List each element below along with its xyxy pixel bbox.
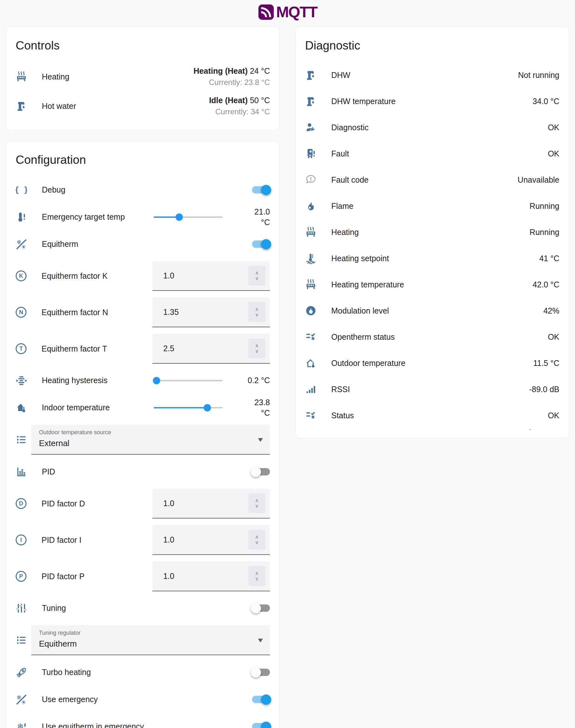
control-row-heating[interactable]: Heating Heating (Heat) 24 °C Currently: … — [15, 62, 270, 91]
config-row-pid-factor-p: P PID factor P ∧∨ — [15, 558, 270, 594]
config-row-equitherm-factor-n: N Equitherm factor N ∧∨ — [15, 294, 270, 330]
sun-snowflake-icon — [15, 239, 27, 250]
config-row-heating-hysteresis: Heating hysteresis 0.2 °C — [15, 367, 270, 394]
fire-circle-icon — [305, 305, 316, 317]
diag-row-rssi: RSSI -89.0 dB — [305, 376, 560, 402]
number-input[interactable] — [153, 307, 248, 317]
number-input[interactable] — [153, 344, 248, 353]
stepper-down-icon[interactable]: ∨ — [255, 277, 259, 280]
slider-value: 0.2 °C — [230, 375, 270, 386]
heating-hysteresis-slider[interactable] — [154, 380, 223, 381]
select-value: Equitherm — [39, 639, 262, 649]
stepper-down-icon[interactable]: ∨ — [255, 541, 259, 544]
number-input[interactable] — [153, 271, 248, 280]
turbo-heating-toggle[interactable] — [252, 668, 270, 676]
letter-d-icon: D — [15, 498, 27, 509]
row-label: Heating temperature — [331, 280, 533, 289]
toggle-thumb[interactable] — [251, 603, 261, 613]
emergency-target-temp-slider[interactable] — [154, 217, 223, 218]
code-braces-icon — [15, 184, 27, 196]
thermometer-alert-icon — [15, 211, 27, 223]
outdoor-temperature-source-select[interactable]: Outdoor temperature source External ▼ — [31, 425, 270, 455]
faucet-icon — [305, 96, 316, 107]
diag-row-outdoor-temperature: Outdoor temperature 11.5 °C — [305, 350, 560, 376]
stepper[interactable]: ∧∨ — [248, 266, 266, 286]
left-column: Controls Heating Heating (Heat) 24 °C Cu… — [6, 27, 280, 728]
row-label: Status — [331, 411, 548, 420]
dropdown-arrow-icon[interactable]: ▼ — [258, 436, 263, 442]
sun-snowflake-icon — [15, 694, 27, 705]
row-label: Flame — [331, 202, 530, 211]
row-label: Diagnostic — [331, 123, 548, 132]
equitherm-factor-k-input[interactable]: ∧∨ — [153, 261, 270, 291]
control-row-hot-water[interactable]: Hot water Idle (Heat) 50 °C Currently: 3… — [15, 91, 270, 121]
row-label: Heating — [331, 228, 530, 237]
toggle-thumb[interactable] — [251, 667, 261, 678]
tuning-regulator-select[interactable]: Tuning regulator Equitherm ▼ — [31, 625, 270, 655]
select-label: Outdoor temperature source — [39, 429, 262, 436]
stepper[interactable]: ∧∨ — [248, 530, 266, 549]
number-input[interactable] — [153, 572, 248, 581]
radiator-icon — [305, 226, 316, 238]
diagnostic-title: Diagnostic — [305, 39, 560, 52]
config-row-pid: PID — [15, 458, 270, 485]
stepper[interactable]: ∧∨ — [248, 302, 266, 322]
stepper-up-icon[interactable]: ∧ — [255, 535, 259, 539]
equitherm-factor-t-input[interactable]: ∧∨ — [153, 334, 270, 364]
thermometer-water-icon — [305, 253, 316, 264]
boiler-alert-icon — [305, 148, 316, 159]
row-label: Equitherm — [42, 240, 252, 249]
slider-thumb[interactable] — [175, 213, 183, 221]
configuration-title: Configuration — [15, 153, 270, 167]
stepper-down-icon[interactable]: ∨ — [255, 504, 259, 508]
stepper-up-icon[interactable]: ∧ — [255, 499, 259, 503]
toggle-thumb[interactable] — [261, 694, 271, 705]
stepper[interactable]: ∧∨ — [248, 566, 266, 586]
number-input[interactable] — [153, 499, 248, 508]
indoor-temperature-slider[interactable] — [154, 407, 223, 408]
diag-value: 11.5 °C — [533, 359, 560, 368]
stepper-up-icon[interactable]: ∧ — [255, 344, 259, 348]
diag-row-dhw: DHW Not running — [305, 62, 560, 88]
toggle-thumb[interactable] — [251, 467, 261, 477]
diag-value: 34.0 °C — [533, 97, 560, 106]
row-label: Outdoor temperature — [331, 359, 533, 368]
stepper-down-icon[interactable]: ∨ — [255, 313, 259, 317]
debug-toggle[interactable] — [252, 186, 270, 193]
pid-factor-d-input[interactable]: ∧∨ — [153, 488, 270, 518]
dropdown-arrow-icon[interactable]: ▼ — [258, 637, 263, 643]
pid-factor-i-input[interactable]: ∧∨ — [153, 525, 270, 555]
page-header: MQTT — [0, 0, 575, 27]
stepper[interactable]: ∧∨ — [248, 493, 266, 513]
pid-toggle[interactable] — [252, 468, 270, 475]
number-input[interactable] — [153, 535, 248, 544]
diag-row-heating-setpoint: Heating setpoint 41 °C — [305, 245, 560, 271]
config-row-tuning-regulator: Tuning regulator Equitherm ▼ — [15, 622, 270, 659]
stepper-down-icon[interactable]: ∨ — [255, 349, 259, 353]
config-row-equitherm-factor-t: T Equitherm factor T ∧∨ — [15, 330, 270, 367]
row-label: Fault — [331, 149, 548, 158]
use-equitherm-in-emergency-toggle[interactable] — [252, 723, 270, 728]
toggle-thumb[interactable] — [261, 239, 271, 249]
diag-row-fault: Fault OK — [305, 141, 560, 167]
diag-value: OK — [548, 123, 560, 132]
slider-thumb[interactable] — [204, 404, 211, 411]
toggle-thumb[interactable] — [261, 185, 271, 195]
tuning-toggle[interactable] — [252, 605, 270, 612]
stepper-down-icon[interactable]: ∨ — [255, 577, 259, 581]
slider-value: 23.8 °C — [230, 397, 270, 418]
letter-n-icon: N — [15, 307, 27, 318]
slider-fill — [154, 407, 207, 408]
equitherm-toggle[interactable] — [252, 241, 270, 248]
stepper-up-icon[interactable]: ∧ — [255, 307, 259, 311]
use-emergency-toggle[interactable] — [252, 696, 270, 703]
row-label: Equitherm factor T — [41, 344, 153, 354]
row-label: PID — [42, 467, 252, 476]
slider-thumb[interactable] — [153, 377, 160, 384]
pid-factor-p-input[interactable]: ∧∨ — [153, 561, 270, 591]
stepper-up-icon[interactable]: ∧ — [255, 271, 259, 275]
stepper-up-icon[interactable]: ∧ — [255, 572, 259, 575]
stepper[interactable]: ∧∨ — [248, 338, 266, 358]
equitherm-factor-n-input[interactable]: ∧∨ — [153, 297, 270, 327]
toggle-thumb[interactable] — [261, 722, 271, 728]
